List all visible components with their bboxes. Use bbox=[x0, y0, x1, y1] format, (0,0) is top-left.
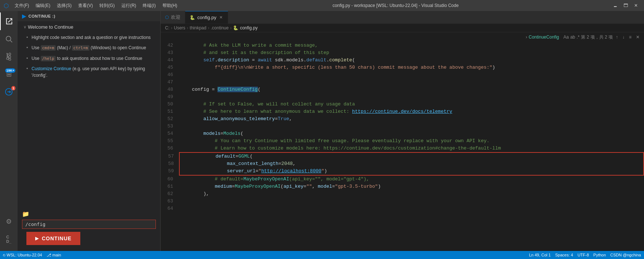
vscode-logo-icon: ⬡ bbox=[4, 2, 9, 9]
bullet-1: Highlight code section and ask a questio… bbox=[26, 34, 154, 41]
code-line-61: 61 medium=MaybeProxyOpenAI(api_key="", m… bbox=[161, 183, 644, 190]
editor-area: ⬡ 欢迎 🐍 config.py ✕ C: › Users › thinkpad… bbox=[161, 11, 644, 251]
menu-bar: 文件(F) 编辑(E) 选择(S) 查看(V) 转到(G) 运行(R) 终端(I… bbox=[12, 2, 180, 10]
welcome-tab-icon: ⬡ bbox=[165, 15, 169, 20]
tab-close-button[interactable]: ✕ bbox=[219, 14, 223, 21]
breadcrumb-file-icon: 🐍 bbox=[233, 25, 238, 30]
code-line-42: 42 # Ask the LLM to write a commit messa… bbox=[161, 42, 644, 49]
find-bar: › ContinueConfig Aa ab .* 第 2 项，共 2 项 ↑ … bbox=[161, 32, 644, 42]
find-result: 第 2 项，共 2 项 bbox=[581, 34, 613, 40]
breadcrumb-continue[interactable]: .continue bbox=[211, 25, 229, 30]
chat-input[interactable] bbox=[25, 222, 153, 227]
code-line-52: 52 allow_anonymous_telemetry=True, bbox=[161, 115, 644, 123]
activity-explorer[interactable] bbox=[0, 12, 18, 30]
code-line-55: 55 # You can try Continue with limited f… bbox=[161, 137, 644, 145]
menu-view[interactable]: 查看(V) bbox=[75, 2, 96, 10]
breadcrumb-users[interactable]: Users bbox=[174, 25, 185, 30]
tab-config[interactable]: 🐍 config.py ✕ bbox=[185, 11, 228, 24]
code-line-50: 50 # If set to False, we will not collec… bbox=[161, 101, 644, 108]
status-bar: ⎋ WSL: Ubuntu-22.04 ⎇ main Ln 49, Col 1 … bbox=[0, 251, 644, 259]
menu-file[interactable]: 文件(F) bbox=[12, 2, 32, 10]
code-line-44: 44 self.description = await sdk.models.d… bbox=[161, 57, 644, 64]
tab-welcome-label: 欢迎 bbox=[171, 14, 180, 21]
status-branch[interactable]: ⎇ main bbox=[47, 253, 61, 258]
welcome-bullets: Highlight code section and ask a questio… bbox=[23, 34, 154, 79]
svg-line-1 bbox=[10, 40, 12, 42]
code-line-59: 59 server_url="http://localhost:8000") bbox=[161, 168, 643, 175]
close-button[interactable]: ✕ bbox=[632, 2, 640, 9]
titlebar: ⬡ 文件(F) 编辑(E) 选择(S) 查看(V) 转到(G) 运行(R) 终端… bbox=[0, 0, 644, 11]
tab-welcome[interactable]: ⬡ 欢迎 bbox=[161, 11, 185, 24]
continue-panel: ▶ CONTINUE :) Welcome to Continue Highli… bbox=[18, 11, 161, 251]
activity-search[interactable] bbox=[0, 30, 18, 48]
config-tab-icon: 🐍 bbox=[190, 15, 195, 20]
sidebar-title: ▶ CONTINUE :) bbox=[18, 11, 160, 21]
code-line-47: 47 bbox=[161, 79, 644, 86]
menu-terminal[interactable]: 终端(I) bbox=[140, 2, 158, 10]
breadcrumb-thinkpad[interactable]: thinkpad bbox=[190, 25, 206, 30]
customize-link[interactable]: Customize Continue bbox=[32, 66, 71, 71]
activity-source-control[interactable] bbox=[0, 48, 18, 65]
sidebar-content: Welcome to Continue Highlight code secti… bbox=[18, 21, 160, 208]
red-box-highlight: 57 default=GGML( 58 max_context_length=2… bbox=[179, 152, 644, 176]
shortcut-win: ctrl+m bbox=[72, 45, 89, 51]
status-encoding: UTF-8 bbox=[578, 253, 589, 257]
find-settings-button[interactable]: ✕ bbox=[634, 34, 641, 40]
code-line-60: 60 # default=MaybeProxyOpenAI(api_key=""… bbox=[161, 176, 644, 183]
code-line-49: 49 bbox=[161, 93, 644, 101]
breadcrumb-drive[interactable]: C: bbox=[165, 25, 169, 30]
bullet-2: Use cmd+m (Mac) / ctrl+m (Windows) to op… bbox=[26, 44, 154, 51]
activity-extensions[interactable]: ⊞ 19K+ bbox=[0, 65, 18, 83]
find-close-button[interactable]: ≡ bbox=[627, 34, 633, 40]
status-wsl[interactable]: ⎋ WSL: Ubuntu-22.04 bbox=[3, 253, 42, 257]
breadcrumb-file[interactable]: config.py bbox=[240, 25, 257, 30]
menu-run[interactable]: 运行(R) bbox=[118, 2, 139, 10]
activity-bar: ⊞ 19K+ 1 ⚙ CD_ bbox=[0, 11, 18, 251]
find-label: Aa bbox=[563, 35, 569, 40]
status-spaces: Spaces: 4 bbox=[555, 253, 573, 257]
menu-goto[interactable]: 转到(G) bbox=[96, 2, 117, 10]
code-line-54: 54 models=Models( bbox=[161, 130, 644, 137]
titlebar-left: ⬡ 文件(F) 编辑(E) 选择(S) 查看(V) 转到(G) 运行(R) 终端… bbox=[4, 2, 180, 10]
code-line-48: 48 config = ContinueConfig( bbox=[161, 86, 644, 93]
activity-account[interactable]: CD_ bbox=[0, 230, 18, 248]
activity-continue[interactable]: 1 bbox=[0, 83, 18, 101]
status-position: Ln 49, Col 1 bbox=[529, 253, 550, 257]
window-controls: 🗕 🗖 ✕ bbox=[611, 2, 640, 9]
folder-icon: 📁 bbox=[22, 211, 29, 217]
bullet-4: Customize Continue (e.g. use your own AP… bbox=[26, 65, 154, 79]
continue-badge: 1 bbox=[11, 86, 15, 90]
tab-bar: ⬡ 欢迎 🐍 config.py ✕ bbox=[161, 11, 644, 24]
code-line-53: 53 bbox=[161, 123, 644, 130]
chat-input-wrapper[interactable] bbox=[22, 220, 156, 229]
code-line-62: 62 ), bbox=[161, 190, 644, 198]
bullet-3: Use /help to ask questions about how to … bbox=[26, 55, 154, 62]
code-line-64: 64 bbox=[161, 205, 644, 212]
find-prev-button[interactable]: ↑ bbox=[614, 34, 619, 40]
code-line-51: 51 # See here to learn what anonymous da… bbox=[161, 108, 644, 115]
code-line-46: 46 bbox=[161, 71, 644, 79]
help-cmd: /help bbox=[41, 56, 56, 61]
find-regex-icon: .* bbox=[577, 35, 579, 40]
continue-button[interactable]: CONTINUE bbox=[26, 232, 80, 245]
code-line-63: 63 bbox=[161, 198, 644, 205]
code-editor[interactable]: 42 # Ask the LLM to write a commit messa… bbox=[161, 42, 644, 251]
main-layout: ⊞ 19K+ 1 ⚙ CD_ ▶ CONTINUE :) Welcome to … bbox=[0, 11, 644, 251]
maximize-button[interactable]: 🗖 bbox=[621, 2, 630, 9]
activity-debug[interactable]: ⚙ bbox=[0, 213, 18, 230]
find-next-button[interactable]: ↓ bbox=[621, 34, 626, 40]
find-case-icon: ab bbox=[570, 35, 575, 40]
input-section: 📁 CONTINUE bbox=[18, 208, 160, 251]
status-right: Ln 49, Col 1 Spaces: 4 UTF-8 Python CSDN… bbox=[529, 253, 641, 257]
menu-select[interactable]: 选择(S) bbox=[54, 2, 74, 10]
extensions-badge: 19K+ bbox=[5, 68, 15, 73]
window-title: config.py - workspace [WSL: Ubuntu-22.04… bbox=[333, 3, 459, 8]
minimize-button[interactable]: 🗕 bbox=[611, 2, 620, 9]
code-line-58: 58 max_context_length=2048, bbox=[161, 160, 643, 168]
menu-edit[interactable]: 编辑(E) bbox=[33, 2, 53, 10]
menu-help[interactable]: 帮助(H) bbox=[160, 2, 180, 10]
status-csdn: CSDN @ngchina bbox=[610, 253, 641, 257]
breadcrumb: C: › Users › thinkpad › .continue › 🐍 co… bbox=[161, 24, 644, 32]
status-language[interactable]: Python bbox=[593, 253, 606, 257]
welcome-title: Welcome to Continue bbox=[23, 24, 154, 30]
